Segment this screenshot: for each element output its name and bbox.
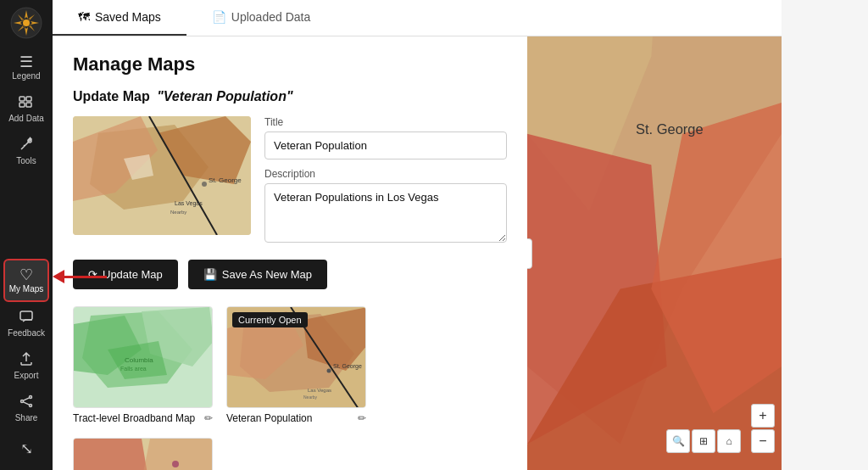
zoom-in-button[interactable]: + xyxy=(751,404,775,428)
sidebar-item-label: Tools xyxy=(16,156,36,165)
fields-area: Title Description Veteran Populations in… xyxy=(264,116,507,246)
tabs: 🗺 Saved Maps 📄 Uploaded Data xyxy=(53,0,782,36)
svg-text:St. George: St. George xyxy=(636,121,704,137)
svg-rect-13 xyxy=(26,103,31,107)
sidebar-item-label: Export xyxy=(14,371,39,380)
svg-text:Nearby: Nearby xyxy=(170,210,186,215)
title-label: Title xyxy=(264,116,507,128)
svg-text:Columbia: Columbia xyxy=(125,356,153,364)
hrsa-thumbnail: St. George xyxy=(73,438,213,470)
map-preview-edit: St. George Las Vegas Nearby Title xyxy=(73,116,507,246)
maps-grid: Columbia Falls area Tract-level Broadban… xyxy=(73,306,507,470)
arrow-line xyxy=(64,276,107,278)
svg-text:St. George: St. George xyxy=(209,176,242,184)
share-icon xyxy=(19,394,34,411)
sidebar-item-my-maps[interactable]: ♡ My Maps xyxy=(3,259,49,302)
currently-open-badge: Currently Open xyxy=(232,312,308,327)
saved-maps-tab-label: Saved Maps xyxy=(95,10,161,24)
svg-rect-11 xyxy=(26,97,31,101)
veteran-label: Veteran Population ✏ xyxy=(226,412,366,424)
add-data-icon xyxy=(19,94,34,112)
svg-text:Falls area: Falls area xyxy=(120,366,147,372)
svg-point-9 xyxy=(23,20,30,26)
sidebar-item-feedback[interactable]: Feedback xyxy=(0,302,53,344)
sidebar-item-legend[interactable]: ☰ Legend xyxy=(0,48,53,87)
saved-maps-tab-icon: 🗺 xyxy=(78,10,90,24)
description-textarea[interactable]: Veteran Populations in Los Vegas xyxy=(264,183,507,243)
svg-point-16 xyxy=(30,396,32,399)
sidebar-item-tools[interactable]: Tools xyxy=(0,130,53,172)
zoom-out-button[interactable]: − xyxy=(751,429,775,453)
tab-saved-maps[interactable]: 🗺 Saved Maps xyxy=(53,0,186,36)
legend-icon: ☰ xyxy=(19,54,33,70)
svg-text:St. George: St. George xyxy=(333,363,362,370)
export-icon xyxy=(19,351,34,369)
description-label: Description xyxy=(264,168,507,180)
veteran-thumbnail: St. George Las Vegas Nearby Currently Op… xyxy=(226,306,366,408)
sidebar-item-label: Feedback xyxy=(8,328,45,338)
action-buttons: ⟳ Update Map 💾 Save As New Map xyxy=(73,260,507,289)
my-maps-icon: ♡ xyxy=(19,267,33,283)
content-area: Manage Maps Update Map "Veteran Populati… xyxy=(53,36,782,470)
edit-panel: Manage Maps Update Map "Veteran Populati… xyxy=(53,36,527,470)
home-button[interactable]: ⌂ xyxy=(717,429,741,453)
svg-point-46 xyxy=(327,369,331,373)
map-edit-thumbnail: St. George Las Vegas Nearby xyxy=(73,116,251,235)
veteran-edit-icon[interactable]: ✏ xyxy=(358,412,366,424)
sidebar-item-label: My Maps xyxy=(9,284,44,294)
svg-point-18 xyxy=(30,405,32,407)
sidebar-item-share[interactable]: Share xyxy=(0,387,53,429)
expand-icon: ⤡ xyxy=(20,441,33,456)
svg-rect-15 xyxy=(20,311,32,320)
svg-point-17 xyxy=(21,400,24,403)
collapse-panel-button[interactable]: ‹ xyxy=(527,238,532,269)
save-new-icon: 💾 xyxy=(203,268,217,281)
tools-icon xyxy=(19,137,34,154)
tab-uploaded-data[interactable]: 📄 Uploaded Data xyxy=(186,0,336,36)
svg-point-27 xyxy=(202,182,207,187)
sidebar-item-add-data[interactable]: Add Data xyxy=(0,87,53,130)
broadband-label: Tract-level Broadband Map ✏ xyxy=(73,412,213,424)
feedback-icon xyxy=(19,309,34,327)
sidebar-item-expand[interactable]: ⤡ xyxy=(0,434,53,463)
map-card-broadband[interactable]: Columbia Falls area Tract-level Broadban… xyxy=(73,306,213,424)
map-card-veteran[interactable]: St. George Las Vegas Nearby Currently Op… xyxy=(226,306,366,424)
title-input[interactable] xyxy=(264,131,507,159)
svg-line-20 xyxy=(24,402,30,405)
uploaded-data-tab-label: Uploaded Data xyxy=(231,10,310,24)
main-panel: 🗺 Saved Maps 📄 Uploaded Data Manage Maps… xyxy=(53,0,782,470)
arrow-head xyxy=(53,270,64,283)
svg-text:Nearby: Nearby xyxy=(303,394,318,400)
broadband-thumbnail: Columbia Falls area xyxy=(73,306,213,408)
svg-text:Las Vegas: Las Vegas xyxy=(308,388,331,393)
title-field-group: Title xyxy=(264,116,507,159)
svg-marker-55 xyxy=(74,439,150,470)
sidebar-item-label: Add Data xyxy=(8,114,44,123)
manage-maps-title: Manage Maps xyxy=(73,53,507,76)
broadband-edit-icon[interactable]: ✏ xyxy=(204,412,213,424)
app-logo[interactable] xyxy=(10,7,42,42)
my-maps-arrow xyxy=(53,270,107,283)
sidebar-item-export[interactable]: Export xyxy=(0,344,53,387)
sidebar-item-label: Share xyxy=(15,413,38,422)
update-map-heading: Update Map "Veteran Population" xyxy=(73,89,507,104)
description-field-group: Description Veteran Populations in Los V… xyxy=(264,168,507,246)
svg-text:Las Vegas: Las Vegas xyxy=(175,200,203,207)
svg-rect-10 xyxy=(19,97,25,101)
uploaded-data-tab-icon: 📄 xyxy=(212,10,226,24)
grid-view-button[interactable]: ⊞ xyxy=(692,429,715,453)
save-as-new-map-button[interactable]: 💾 Save As New Map xyxy=(188,260,327,289)
svg-line-19 xyxy=(24,398,30,400)
map-card-hrsa[interactable]: St. George HRSA Facility Data ✏ xyxy=(73,438,213,470)
sidebar: ☰ Legend Add Data Tools ♡ My Maps xyxy=(0,0,53,470)
sidebar-item-label: Legend xyxy=(12,71,40,81)
background-map: Cedar City St. George ‹ + − 🔍 ⊞ ⌂ xyxy=(527,36,782,470)
svg-rect-12 xyxy=(19,103,25,107)
svg-point-64 xyxy=(172,461,179,467)
search-map-button[interactable]: 🔍 xyxy=(666,429,690,453)
